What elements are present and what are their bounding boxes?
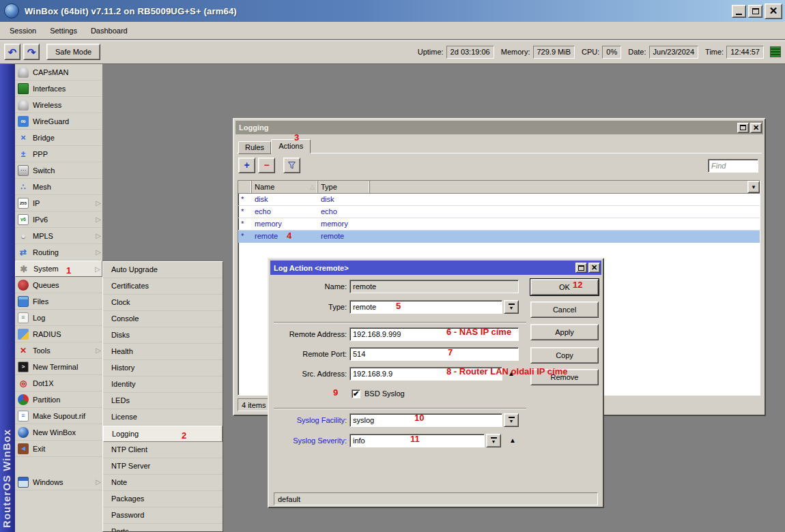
sidebar-item-mesh[interactable]: ∴Mesh — [15, 179, 102, 195]
ok-button[interactable]: OK — [530, 279, 599, 295]
sidebar-item-switch[interactable]: ⋯Switch — [15, 162, 102, 179]
table-row-memory[interactable]: * memory memory — [238, 218, 760, 231]
system-menu-logging[interactable]: Logging — [103, 426, 223, 442]
collapse-up-arrow-icon[interactable]: ▲ — [508, 370, 515, 377]
close-icon: ✕ — [769, 5, 778, 17]
system-menu-console[interactable]: Console — [103, 311, 223, 327]
system-menu-ntp-server[interactable]: NTP Server — [103, 458, 223, 475]
column-header-flags[interactable] — [238, 181, 252, 193]
column-header-name[interactable]: Name△ — [252, 181, 318, 193]
type-dropdown-button[interactable]: ▼ — [504, 300, 519, 314]
logging-close-button[interactable]: ✕ — [750, 123, 762, 133]
name-label: Name: — [272, 280, 347, 293]
system-menu-ntp-client[interactable]: NTP Client — [103, 442, 223, 458]
tab-rules[interactable]: Rules — [238, 141, 271, 154]
status-stats: Uptime: 2d 03:19:06 Memory: 729.9 MiB CP… — [414, 46, 781, 59]
terminal-icon: > — [18, 361, 29, 372]
menu-dashboard[interactable]: Dashboard — [84, 24, 134, 38]
system-menu-disks[interactable]: Disks — [103, 327, 223, 344]
system-menu-leds[interactable]: LEDs — [103, 393, 223, 409]
files-icon — [18, 296, 29, 307]
system-menu-history[interactable]: History — [103, 360, 223, 376]
dialog-close-button[interactable]: ✕ — [588, 263, 600, 273]
sidebar-item-files[interactable]: Files — [15, 293, 102, 310]
maximize-icon — [740, 125, 746, 130]
system-menu-ports[interactable]: Ports — [103, 524, 223, 532]
table-row-disk[interactable]: * disk disk — [238, 194, 760, 206]
close-button[interactable]: ✕ — [765, 3, 782, 19]
undo-button[interactable]: ↶ — [4, 44, 20, 60]
brand-text: RouterOS WinBox — [1, 429, 12, 528]
add-action-button[interactable]: + — [238, 158, 255, 173]
system-menu-auto-upgrade[interactable]: Auto Upgrade — [103, 262, 223, 278]
cpu-label: CPU: — [582, 48, 599, 56]
sidebar-item-interfaces[interactable]: Interfaces — [15, 80, 102, 97]
new-winbox-globe-icon — [18, 427, 29, 438]
main-toolbar: ↶ ↷ Safe Mode Uptime: 2d 03:19:06 Memory… — [0, 40, 785, 64]
column-header-type[interactable]: Type — [318, 181, 370, 193]
table-row-remote[interactable]: * remote remote — [238, 231, 760, 243]
tab-actions[interactable]: Actions — [271, 139, 311, 153]
sidebar-item-log[interactable]: ≡Log — [15, 310, 102, 326]
system-menu-password[interactable]: Password — [103, 507, 223, 524]
collapse-up-arrow-icon[interactable]: ▲ — [509, 437, 516, 444]
type-field[interactable]: remote — [349, 300, 502, 314]
table-row-echo[interactable]: * echo echo — [238, 206, 760, 218]
sidebar-item-capsman[interactable]: CAPsMAN — [15, 64, 102, 80]
remove-button[interactable]: Remove — [530, 369, 599, 385]
system-menu-note[interactable]: Note — [103, 475, 223, 491]
mesh-icon: ∴ — [18, 181, 29, 192]
sidebar-item-partition[interactable]: Partition — [15, 391, 102, 408]
sidebar-item-new-terminal[interactable]: >New Terminal — [15, 359, 102, 375]
sidebar-item-ppp[interactable]: ±PPP — [15, 146, 102, 162]
system-menu-clock[interactable]: Clock — [103, 295, 223, 311]
bsd-syslog-checkbox[interactable]: ✔ — [352, 389, 360, 398]
apply-button[interactable]: Apply — [530, 324, 599, 340]
sidebar-item-wireless[interactable]: Wireless — [15, 97, 102, 113]
sidebar-item-new-winbox[interactable]: New WinBox — [15, 424, 102, 441]
remote-port-field[interactable]: 514 — [349, 347, 519, 361]
sidebar-item-dot1x[interactable]: ◎Dot1X — [15, 375, 102, 391]
system-menu-license[interactable]: License — [103, 409, 223, 426]
submenu-arrow-icon: ▷ — [95, 265, 100, 273]
sidebar-item-ipv6[interactable]: v6IPv6▷ — [15, 211, 102, 228]
filter-button[interactable] — [283, 158, 300, 173]
menu-session[interactable]: Session — [3, 24, 43, 38]
syslog-severity-dropdown-button[interactable]: ▼ — [486, 434, 501, 447]
remote-address-field[interactable]: 192.168.9.999 — [349, 327, 519, 341]
src-address-field[interactable]: 192.168.9.9 — [349, 367, 502, 381]
remove-action-button[interactable]: − — [258, 158, 275, 173]
copy-button[interactable]: Copy — [530, 347, 599, 364]
sidebar-item-ip[interactable]: 255IP▷ — [15, 195, 102, 211]
redo-button[interactable]: ↷ — [23, 44, 40, 60]
maximize-button[interactable] — [748, 5, 762, 18]
sidebar-item-make-supout[interactable]: ≡Make Supout.rif — [15, 408, 102, 424]
syslog-facility-field[interactable]: syslog — [349, 413, 502, 427]
sidebar-item-exit[interactable]: ◀Exit — [15, 441, 102, 457]
name-field[interactable]: remote — [349, 280, 519, 293]
sidebar-item-mpls[interactable]: ●MPLS▷ — [15, 228, 102, 244]
sidebar-item-radius[interactable]: RADIUS — [15, 326, 102, 342]
system-menu-identity[interactable]: Identity — [103, 376, 223, 393]
find-input[interactable] — [708, 159, 758, 173]
column-select-dropdown-button[interactable]: ▼ — [747, 181, 760, 193]
sidebar-item-system[interactable]: ✱System▷ — [15, 261, 102, 277]
syslog-severity-field[interactable]: info — [349, 434, 485, 447]
system-menu-certificates[interactable]: Certificates — [103, 278, 223, 295]
sidebar-item-queues[interactable]: Queues — [15, 277, 102, 293]
syslog-facility-dropdown-button[interactable]: ▼ — [504, 413, 519, 427]
cancel-button[interactable]: Cancel — [530, 301, 599, 318]
logging-maximize-button[interactable] — [737, 123, 749, 133]
sidebar-item-wireguard[interactable]: ∞WireGuard — [15, 113, 102, 130]
system-menu-health[interactable]: Health — [103, 344, 223, 360]
sidebar-item-routing[interactable]: ⇄Routing▷ — [15, 244, 102, 261]
minimize-button[interactable] — [732, 5, 746, 18]
sidebar-item-windows[interactable]: Windows▷ — [15, 474, 102, 490]
safe-mode-button[interactable]: Safe Mode — [46, 44, 100, 60]
sidebar-item-tools[interactable]: ✕Tools▷ — [15, 342, 102, 359]
chevron-down-icon: ▼ — [509, 304, 515, 310]
system-menu-packages[interactable]: Packages — [103, 491, 223, 507]
menu-settings[interactable]: Settings — [43, 24, 84, 38]
dialog-maximize-button[interactable] — [575, 263, 587, 273]
sidebar-item-bridge[interactable]: ×Bridge — [15, 130, 102, 146]
